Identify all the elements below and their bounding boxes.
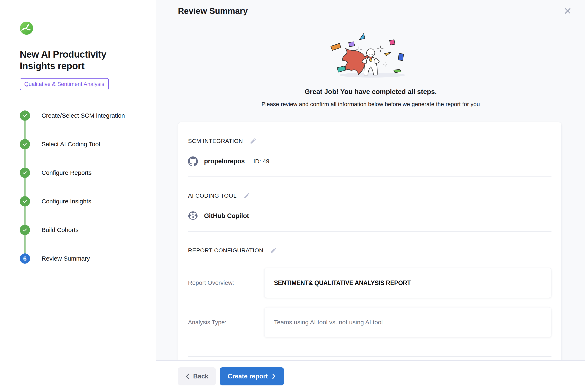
scm-integration-name: propelorepos <box>204 158 245 165</box>
scm-integration-id: ID: 49 <box>254 158 269 165</box>
github-copilot-icon <box>188 211 198 221</box>
completion-heading: Great Job! You have completed all steps. <box>156 88 585 96</box>
edit-ai-tool-button[interactable] <box>243 192 251 200</box>
scm-integration-row: propelorepos ID: 49 <box>188 156 552 166</box>
analysis-type-row: Analysis Type: Teams using AI tool vs. n… <box>188 307 552 337</box>
check-icon <box>20 196 30 206</box>
step-configure-insights[interactable]: Configure Insights <box>20 196 144 225</box>
close-button[interactable] <box>562 6 573 16</box>
summary-card: SCM INTEGRATION propelorepos ID: 49 <box>178 122 562 360</box>
edit-report-config-button[interactable] <box>270 246 278 254</box>
report-overview-row: Report Overview: SENTIMENT& QUALITATIVE … <box>188 268 552 298</box>
check-icon <box>20 110 30 121</box>
check-icon <box>20 168 30 178</box>
report-type-badge: Qualitative & Sentiment Analysis <box>20 78 109 90</box>
step-label: Configure Reports <box>42 168 92 178</box>
analysis-type-value: Teams using AI tool vs. not using AI too… <box>274 319 383 326</box>
wizard-stepper: Create/Select SCM integration Select AI … <box>20 110 144 264</box>
report-overview-card: SENTIMENT& QUALITATIVE ANALYSIS REPORT <box>264 268 552 298</box>
github-octocat-icon <box>188 156 198 166</box>
report-overview-value: SENTIMENT& QUALITATIVE ANALYSIS REPORT <box>274 279 411 287</box>
wizard-sidebar: New AI Productivity Insights report Qual… <box>0 0 156 392</box>
ai-coding-tool-section: AI CODING TOOL <box>188 177 552 231</box>
completion-hero: Great Job! You have completed all steps.… <box>156 29 585 108</box>
chevron-left-icon <box>185 373 190 380</box>
pencil-icon <box>270 247 277 254</box>
report-wizard-window: New AI Productivity Insights report Qual… <box>0 0 585 392</box>
step-label: Create/Select SCM integration <box>42 110 125 121</box>
step-review-summary[interactable]: 6 Review Summary <box>20 254 144 264</box>
celebration-illustration <box>156 29 585 80</box>
section-divider <box>188 356 552 357</box>
report-overview-label: Report Overview: <box>188 280 264 286</box>
pencil-icon <box>243 192 250 199</box>
step-label: Select AI Coding Tool <box>42 139 100 149</box>
check-icon <box>20 225 30 235</box>
analysis-type-label: Analysis Type: <box>188 319 264 326</box>
edit-scm-button[interactable] <box>249 137 257 145</box>
report-configuration-section: REPORT CONFIGURATION Report Overview: SE… <box>188 232 552 360</box>
completion-subheading: Please review and confirm all informatio… <box>156 101 585 108</box>
scm-integration-section: SCM INTEGRATION propelorepos ID: 49 <box>188 122 552 176</box>
step-label: Review Summary <box>42 254 90 264</box>
back-button[interactable]: Back <box>178 367 216 386</box>
wizard-footer: Back Create report <box>156 360 585 392</box>
review-summary-scroll-area[interactable]: Review Summary <box>156 0 585 360</box>
wizard-title: New AI Productivity Insights report <box>20 48 127 72</box>
ai-tool-section-title: AI CODING TOOL <box>188 192 236 199</box>
create-report-button[interactable]: Create report <box>220 367 284 386</box>
back-button-label: Back <box>193 373 208 380</box>
step-label: Configure Insights <box>42 196 91 206</box>
chevron-right-icon <box>272 373 276 380</box>
check-icon <box>20 139 30 149</box>
ai-coding-tool-row: GitHub Copilot <box>188 211 552 221</box>
review-summary-panel: Review Summary <box>156 0 585 392</box>
page-title: Review Summary <box>178 6 585 16</box>
step-number-badge: 6 <box>20 254 30 264</box>
step-label: Build Cohorts <box>42 225 78 235</box>
ai-coding-tool-name: GitHub Copilot <box>204 212 249 220</box>
propeller-logo-icon <box>20 22 33 35</box>
report-config-section-title: REPORT CONFIGURATION <box>188 247 263 254</box>
step-select-ai-coding-tool[interactable]: Select AI Coding Tool <box>20 139 144 168</box>
pencil-icon <box>250 138 257 144</box>
create-report-button-label: Create report <box>228 373 268 380</box>
analysis-type-card: Teams using AI tool vs. not using AI too… <box>264 307 552 337</box>
x-icon <box>563 6 572 16</box>
step-build-cohorts[interactable]: Build Cohorts <box>20 225 144 254</box>
step-create-select-scm-integration[interactable]: Create/Select SCM integration <box>20 110 144 139</box>
scm-section-title: SCM INTEGRATION <box>188 138 243 144</box>
step-configure-reports[interactable]: Configure Reports <box>20 168 144 196</box>
